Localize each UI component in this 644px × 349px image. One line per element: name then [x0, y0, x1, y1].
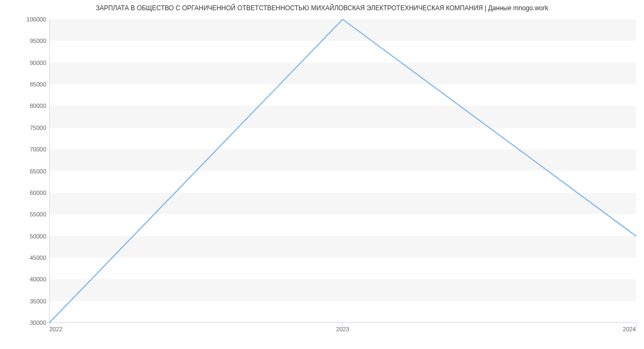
x-tick-label: 2022	[49, 326, 62, 332]
y-tick-label: 55000	[3, 212, 46, 217]
series-line	[49, 19, 636, 323]
y-tick-label: 45000	[3, 255, 46, 260]
y-tick-label: 50000	[3, 233, 46, 239]
y-tick-label: 90000	[3, 60, 46, 66]
y-tick-label: 100000	[3, 17, 46, 23]
y-tick-label: 65000	[3, 168, 46, 174]
y-tick-label: 35000	[3, 298, 46, 304]
x-tick-mark	[636, 323, 636, 327]
chart-container: ЗАРПЛАТА В ОБЩЕСТВО С ОРГАНИЧЕННОЙ ОТВЕТ…	[0, 0, 644, 349]
y-tick-label: 60000	[3, 190, 46, 195]
x-tick-label: 2024	[623, 326, 636, 332]
x-tick-label: 2023	[336, 326, 349, 332]
x-tick-mark	[342, 323, 343, 327]
chart-title: ЗАРПЛАТА В ОБЩЕСТВО С ОРГАНИЧЕННОЙ ОТВЕТ…	[0, 4, 644, 12]
x-tick-mark	[49, 323, 50, 327]
y-tick-label: 30000	[3, 320, 46, 326]
y-tick-label: 75000	[3, 125, 46, 130]
y-tick-label: 80000	[3, 103, 46, 109]
y-tick-label: 40000	[3, 277, 46, 282]
line-series-layer	[49, 19, 636, 323]
y-tick-label: 85000	[3, 82, 46, 88]
plot-area	[49, 19, 636, 323]
y-tick-label: 70000	[3, 147, 46, 152]
y-tick-label: 95000	[3, 38, 46, 44]
